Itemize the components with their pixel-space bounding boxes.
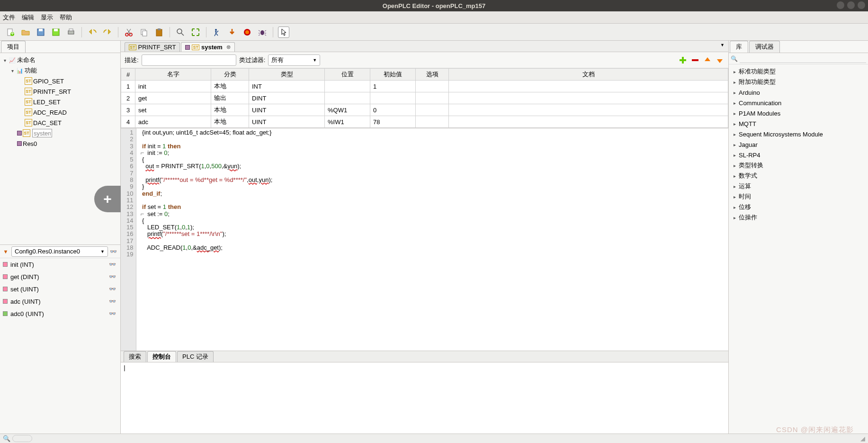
tree-func-group[interactable]: ▾ 📊 功能 <box>0 65 120 76</box>
add-row-icon[interactable] <box>678 55 688 65</box>
tree-item[interactable]: STLED_SET <box>0 97 120 107</box>
menu-view[interactable]: 显示 <box>41 13 53 22</box>
cell[interactable] <box>325 92 370 104</box>
cell[interactable] <box>449 92 728 104</box>
cell[interactable]: 输出 <box>211 92 249 104</box>
expand-icon[interactable]: ▸ <box>734 184 736 189</box>
col-loc[interactable]: 位置 <box>325 69 370 81</box>
cell[interactable]: 0 <box>370 104 416 116</box>
cell[interactable]: adc <box>135 116 211 128</box>
library-item[interactable]: ▸P1AM Modules <box>729 108 868 118</box>
undo-icon[interactable] <box>87 27 98 38</box>
expand-icon[interactable]: ▸ <box>734 215 736 220</box>
expand-icon[interactable]: ▸ <box>734 69 736 74</box>
tree-item[interactable]: STGPIO_SET <box>0 76 120 86</box>
find-icon[interactable] <box>175 27 186 38</box>
new-icon[interactable]: + <box>5 27 16 38</box>
library-item[interactable]: ▸MQTT <box>729 118 868 129</box>
cell[interactable] <box>416 81 449 92</box>
cut-icon[interactable] <box>123 27 134 38</box>
col-name[interactable]: 名字 <box>135 69 211 81</box>
cell[interactable] <box>416 116 449 128</box>
debug-var[interactable]: get (DINT)👓 <box>0 271 120 283</box>
expand-icon[interactable]: ▸ <box>734 90 736 95</box>
expand-icon[interactable]: ▸ <box>734 163 736 168</box>
library-item[interactable]: ▸SL-RP4 <box>729 150 868 160</box>
tab-plclog[interactable]: PLC 记录 <box>177 351 214 362</box>
console-output[interactable]: | <box>121 362 728 443</box>
expand-icon[interactable]: ▸ <box>734 205 736 210</box>
table-row[interactable]: 1init本地INT1 <box>121 81 728 92</box>
redo-icon[interactable] <box>102 27 113 38</box>
library-item[interactable]: ▸Jaguar <box>729 139 868 150</box>
maximize-button[interactable] <box>847 1 855 9</box>
cell[interactable]: UINT <box>249 116 325 128</box>
glasses-icon[interactable]: 👓 <box>109 286 117 292</box>
debug-var[interactable]: init (INT)👓 <box>0 258 120 271</box>
library-item[interactable]: ▸Arduino <box>729 87 868 98</box>
table-row[interactable]: 4adc本地UINT%IW178 <box>121 116 728 128</box>
tree-item-editing[interactable]: ST <box>0 128 120 138</box>
fullscreen-icon[interactable] <box>190 27 201 38</box>
saveas-icon[interactable] <box>50 27 62 38</box>
collapse-icon[interactable]: ▾ <box>9 68 15 73</box>
glasses-icon[interactable]: 👓 <box>109 298 117 305</box>
tree-item[interactable]: STDAC_SET <box>0 118 120 128</box>
expand-icon[interactable]: ▸ <box>734 111 736 116</box>
cell[interactable]: 1 <box>370 81 416 92</box>
expand-icon[interactable]: ▸ <box>734 153 736 158</box>
expand-icon[interactable]: ▸ <box>734 142 736 147</box>
menu-help[interactable]: 帮助 <box>60 13 72 22</box>
editor-tab-system[interactable]: ST system ⊗ <box>181 42 234 52</box>
library-item[interactable]: ▸时间 <box>729 191 868 202</box>
run-icon[interactable] <box>211 27 223 38</box>
class-filter-select[interactable]: 所有 ▼ <box>268 54 320 66</box>
close-icon[interactable]: ⊗ <box>226 44 231 50</box>
cell[interactable]: 本地 <box>211 81 249 92</box>
cell[interactable] <box>449 104 728 116</box>
library-item[interactable]: ▸Sequent Microsystems Module <box>729 129 868 139</box>
library-item[interactable]: ▸运算 <box>729 181 868 191</box>
project-tab[interactable]: 项目 <box>1 41 26 53</box>
stop-icon[interactable] <box>242 27 253 38</box>
collapse-icon[interactable]: ▾ <box>2 58 8 63</box>
debug-var[interactable]: set (UINT)👓 <box>0 283 120 295</box>
resize-grip-icon[interactable]: ◢ <box>860 435 865 442</box>
cell[interactable] <box>449 81 728 92</box>
cell[interactable]: get <box>135 92 211 104</box>
download-icon[interactable] <box>226 27 238 38</box>
cell[interactable]: 本地 <box>211 104 249 116</box>
cell[interactable]: DINT <box>249 92 325 104</box>
expand-icon[interactable]: ▸ <box>734 132 736 137</box>
add-fab-button[interactable]: + <box>94 186 121 212</box>
tree-root[interactable]: ▾ 📈 未命名 <box>0 55 120 65</box>
tab-console[interactable]: 控制台 <box>147 351 176 362</box>
tree-item[interactable]: STADC_READ <box>0 107 120 118</box>
library-item[interactable]: ▸Communication <box>729 98 868 108</box>
table-row[interactable]: 3set本地UINT%QW10 <box>121 104 728 116</box>
config-select[interactable]: Config0.Res0.instance0 ▼ <box>11 246 108 257</box>
tree-res0[interactable]: Res0 <box>0 138 120 149</box>
expand-icon[interactable]: ▸ <box>734 100 736 106</box>
description-input[interactable] <box>142 54 236 66</box>
cell[interactable]: 78 <box>370 116 416 128</box>
move-up-icon[interactable] <box>703 55 712 65</box>
variable-grid[interactable]: # 名字 分类 类型 位置 初始值 选项 文档 1init本地INT12get输… <box>121 68 728 128</box>
menu-edit[interactable]: 编辑 <box>22 13 34 22</box>
col-doc[interactable]: 文档 <box>449 69 728 81</box>
cell[interactable]: set <box>135 104 211 116</box>
code-content[interactable]: {int out,yun; uint16_t adcSet=45; float … <box>136 128 276 351</box>
glasses-icon[interactable]: 👓 <box>109 273 117 280</box>
remove-row-icon[interactable] <box>690 55 700 65</box>
cell[interactable]: 本地 <box>211 116 249 128</box>
expand-icon[interactable]: ▸ <box>734 194 736 199</box>
library-item[interactable]: ▸类型转换 <box>729 160 868 171</box>
tree-rename-input[interactable] <box>32 129 52 137</box>
debugger-tab[interactable]: 调试器 <box>749 41 780 53</box>
cursor-icon[interactable] <box>278 27 289 38</box>
cell[interactable]: %QW1 <box>325 104 370 116</box>
print-icon[interactable] <box>65 27 77 38</box>
menu-file[interactable]: 文件 <box>3 13 15 22</box>
debug-icon[interactable] <box>257 27 268 38</box>
col-opt[interactable]: 选项 <box>416 69 449 81</box>
